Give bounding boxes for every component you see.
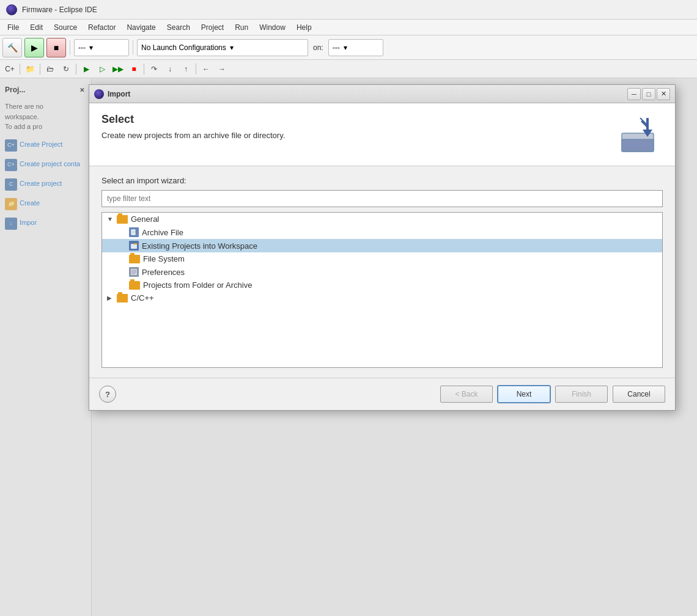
tree-container[interactable]: ▼ General Archive File Existing Pro [101, 212, 663, 368]
file-icon-existing [129, 241, 139, 251]
import-wizard-icon [617, 115, 660, 155]
build-button[interactable]: 🔨 [2, 38, 22, 57]
debug2-btn[interactable]: ▷ [95, 62, 109, 76]
chevron-down-icon-3: ▾ [344, 43, 347, 52]
dialog-header-text: Select Create new projects from an archi… [101, 113, 285, 140]
svg-rect-1 [622, 139, 654, 152]
toolbar2-sep-2 [40, 64, 40, 75]
main-area: Proj... ✕ There are no workspace. To add… [0, 78, 697, 616]
menu-window[interactable]: Window [254, 22, 290, 33]
dialog-icon [94, 89, 104, 99]
refresh-btn[interactable]: ↻ [59, 62, 73, 76]
open-btn[interactable]: 🗁 [43, 62, 57, 76]
tree-item-existing-projects[interactable]: Existing Projects into Workspace [102, 239, 662, 252]
help-button[interactable]: ? [99, 386, 116, 403]
forward-nav-btn[interactable]: → [215, 62, 229, 76]
filter-input[interactable] [101, 190, 663, 207]
menu-help[interactable]: Help [292, 22, 317, 33]
chevron-down-icon: ▾ [89, 43, 93, 52]
tree-item-cpp[interactable]: ▶ C/C++ [102, 292, 662, 304]
debug3-btn[interactable]: ▶▶ [111, 62, 125, 76]
new-project-btn[interactable]: 📁 [23, 62, 37, 76]
on-dropdown[interactable]: --- ▾ [328, 39, 383, 56]
toolbar2-sep-4 [144, 64, 144, 75]
cancel-button[interactable]: Cancel [613, 386, 665, 403]
menu-project[interactable]: Project [196, 22, 229, 33]
dialog-title-buttons: ─ □ ✕ [627, 88, 670, 100]
menu-source[interactable]: Source [49, 22, 82, 33]
import-dialog: Import ─ □ ✕ Select Create new projects … [89, 84, 676, 411]
launch-config-dropdown[interactable]: No Launch Configurations ▾ [137, 39, 308, 56]
toggle-cpp[interactable]: ▶ [107, 295, 116, 301]
toolbar2-sep-5 [196, 64, 196, 75]
folder-icon-filesystem [129, 255, 140, 263]
finish-button[interactable]: Finish [555, 386, 608, 403]
dialog-header-title: Select [101, 113, 285, 126]
dialog-close-button[interactable]: ✕ [657, 88, 670, 100]
tree-item-file-system[interactable]: File System [102, 252, 662, 265]
dialog-maximize-button[interactable]: □ [642, 88, 655, 100]
dialog-minimize-button[interactable]: ─ [627, 88, 641, 100]
folder-icon-projects [129, 281, 140, 290]
tree-item-general[interactable]: ▼ General [102, 213, 662, 226]
main-toolbar: 🔨 ▶ ■ --- ▾ No Launch Configurations ▾ o… [0, 35, 697, 60]
dialog-header: Select Create new projects from an archi… [89, 103, 675, 166]
tree-item-preferences[interactable]: Preferences [102, 265, 662, 279]
footer-left: ? [99, 386, 116, 403]
run-button[interactable]: ▶ [24, 38, 44, 57]
next-button[interactable]: Next [498, 386, 550, 403]
menu-edit[interactable]: Edit [25, 22, 48, 33]
menu-search[interactable]: Search [162, 22, 195, 33]
menu-bar: File Edit Source Refactor Navigate Searc… [0, 20, 697, 35]
chevron-down-icon-2: ▾ [230, 43, 234, 52]
toolbar2-sep-1 [20, 64, 20, 75]
toolbar-sep-1 [70, 40, 70, 55]
dialog-title-text: Import [108, 90, 130, 98]
dialog-header-description: Create new projects from an archive file… [101, 131, 285, 140]
file-icon-archive [129, 227, 139, 237]
tree-item-archive-file[interactable]: Archive File [102, 226, 662, 239]
menu-file[interactable]: File [2, 22, 24, 33]
step-return-btn[interactable]: ↑ [179, 62, 193, 76]
toolbar2-sep-3 [76, 64, 76, 75]
svg-rect-10 [131, 244, 137, 249]
build-config-dropdown[interactable]: --- ▾ [74, 39, 129, 56]
dialog-header-icon-container [614, 113, 663, 156]
stop2-btn[interactable]: ■ [127, 62, 141, 76]
tree-item-projects-folder[interactable]: Projects from Folder or Archive [102, 279, 662, 292]
menu-navigate[interactable]: Navigate [122, 22, 160, 33]
toolbar-sep-2 [133, 40, 133, 55]
on-label: on: [313, 43, 323, 52]
back-nav-btn[interactable]: ← [199, 62, 213, 76]
debug-btn[interactable]: ▶ [79, 62, 94, 76]
new-c-btn[interactable]: C+ [2, 62, 17, 76]
dialog-footer: ? < Back Next Finish Cancel [89, 378, 675, 410]
menu-run[interactable]: Run [230, 22, 253, 33]
stop-button[interactable]: ■ [46, 38, 66, 57]
secondary-toolbar: C+ 📁 🗁 ↻ ▶ ▷ ▶▶ ■ ↷ ↓ ↑ ← → [0, 60, 697, 78]
title-bar: Firmware - Eclipse IDE [0, 0, 697, 20]
dialog-body: Select an import wizard: ▼ General Archi… [89, 166, 675, 378]
toggle-general[interactable]: ▼ [107, 216, 116, 222]
back-button[interactable]: < Back [440, 386, 493, 403]
wizard-label: Select an import wizard: [101, 176, 663, 185]
app-icon [6, 4, 17, 15]
footer-buttons: < Back Next Finish Cancel [440, 386, 665, 403]
file-icon-prefs [129, 267, 139, 277]
dialog-title-left: Import [94, 89, 130, 99]
dialog-titlebar: Import ─ □ ✕ [89, 85, 675, 103]
title-bar-text: Firmware - Eclipse IDE [22, 6, 97, 14]
menu-refactor[interactable]: Refactor [83, 22, 120, 33]
step-into-btn[interactable]: ↓ [163, 62, 177, 76]
folder-general-icon [117, 215, 128, 224]
step-over-btn[interactable]: ↷ [147, 62, 161, 76]
folder-cpp-icon [117, 294, 128, 302]
